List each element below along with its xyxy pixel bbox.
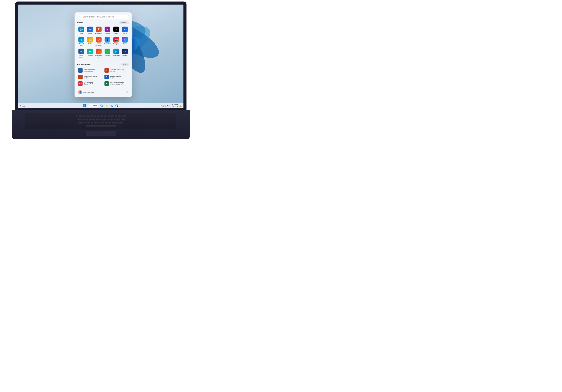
rec-lightroom[interactable]: Lr Adobe Lightroom Recently added [77,67,103,73]
key[interactable] [82,118,85,121]
clock[interactable]: 11:11 AM 10/27/2023 [172,104,178,107]
key[interactable] [110,118,113,121]
taskbar-browser-icon[interactable]: 🌐 [100,104,104,107]
app-onenote[interactable]: N OneNote [104,26,112,35]
key[interactable] [76,115,79,118]
key[interactable] [118,115,121,118]
touchpad[interactable] [86,131,116,135]
key[interactable] [114,115,117,118]
key-row-3 [26,121,175,124]
keyboard-deck [25,113,176,130]
key[interactable] [87,121,90,124]
key[interactable] [117,118,120,121]
key-space[interactable] [86,124,116,127]
more-button[interactable]: More [121,63,129,66]
key-backspace[interactable] [121,115,126,118]
key[interactable] [103,118,106,121]
key[interactable] [90,115,93,118]
app-clipchamp[interactable]: ▶ Clipchamp [86,48,94,59]
search-bar[interactable] [77,15,129,19]
app-disney[interactable]: D+ Disney+ [121,48,129,59]
power-icon [126,91,128,94]
key[interactable] [112,121,115,124]
key[interactable] [94,121,97,124]
app-prime[interactable]: ▷ Prime Video [112,48,120,59]
app-angrybirds[interactable]: 🐦 Angry Birds 2 [95,48,103,59]
app-todo[interactable]: ✓ To Do [121,26,129,35]
app-store[interactable]: 🛍 Microsoft Store [77,36,85,47]
key[interactable] [92,118,95,121]
key-enter2[interactable] [119,121,124,124]
photoediting-label: Photo Editing [78,55,85,58]
key[interactable] [79,115,82,118]
key[interactable] [106,118,109,121]
key[interactable] [91,121,94,124]
notification-icon[interactable]: 🔔 [179,105,182,107]
tiktok-label: TikTok [114,33,118,35]
taskbar-edge-icon[interactable] [110,104,114,107]
rec-cover-letter[interactable]: W Msft Cover Letter 2h ago [103,74,129,80]
rec-concert-lineup[interactable]: P 2023 Concert Lineup 1h ago [77,74,103,80]
rec-marketing-deck[interactable]: P Marketing Status Deck 23m ago [103,67,129,73]
screen: Pinned All apps Edge [18,5,184,108]
angrybirds-icon: 🐦 [96,48,102,54]
user-info[interactable]: 👤 Karl Kadenbach [77,90,95,95]
keyboard [12,110,190,139]
rec-q1-packaging[interactable]: PDF Q1 Packaging 4hs ago [77,81,103,87]
taskbar-teams-icon[interactable]: 💬 [115,104,119,107]
taskbar-search[interactable]: Search [88,104,99,107]
key[interactable] [85,118,88,121]
key[interactable] [83,115,86,118]
pinned-label: Pinned [77,22,83,24]
key[interactable] [107,115,110,118]
key[interactable] [86,115,89,118]
key-caps[interactable] [78,121,83,124]
app-canva[interactable]: C Canva [121,36,129,47]
power-button[interactable] [125,90,129,95]
prime-icon: ▷ [113,48,119,54]
onenote-icon: N [105,26,110,32]
all-apps-button[interactable]: All apps [119,21,129,24]
search-input[interactable] [83,16,127,18]
clipchamp-label: Clipchamp [87,55,93,57]
key[interactable] [89,118,92,121]
app-photoediting[interactable]: ✏ Photo Editing [77,48,85,59]
app-phonelink[interactable]: 📱 Phone Link [104,36,112,47]
key-enter[interactable] [120,118,125,121]
key[interactable] [101,121,104,124]
key[interactable] [97,115,100,118]
cover-letter-icon: W [104,75,109,79]
key[interactable] [96,118,99,121]
system-tray-icons: ^ 🔔 📶 🔊 🔋 [161,105,171,107]
phonelink-icon: 📱 [105,37,110,43]
app-word[interactable]: W Word [86,26,94,35]
app-m365[interactable]: O Microsoft 365 (Office) [95,36,103,47]
key[interactable] [108,121,111,124]
key[interactable] [104,115,107,118]
app-spotify[interactable]: ♫ Spotify [104,48,112,59]
m365-label: Microsoft 365 (Office) [95,43,103,46]
weather-widget[interactable]: ☀ 78°F Sunny [20,104,25,107]
word-icon: W [87,26,93,32]
key-tab[interactable] [76,118,81,121]
key[interactable] [100,115,103,118]
key[interactable] [99,118,102,121]
app-instagram[interactable]: 📷 Instagram [112,36,120,47]
windows-logo-icon [83,104,86,107]
key[interactable] [105,121,108,124]
taskbar-file-icon[interactable]: 📁 [105,104,109,107]
windows-button[interactable] [83,104,86,107]
key[interactable] [113,118,117,121]
edge-taskbar-icon [111,104,113,107]
key[interactable] [93,115,96,118]
key[interactable] [111,115,114,118]
key[interactable] [83,121,86,124]
cover-letter-name: Msft Cover Letter [110,75,128,77]
app-edge[interactable]: Edge [77,26,85,35]
app-photos[interactable]: 🌸 Photos [86,36,94,47]
app-powerpoint[interactable]: P PowerPoint [95,26,103,35]
key[interactable] [115,121,118,124]
key[interactable] [98,121,101,124]
rec-budget[interactable]: X 2023 Adjusted Budget Yesterday at 4:24… [103,81,129,87]
app-tiktok[interactable]: ♪ TikTok [112,26,120,35]
